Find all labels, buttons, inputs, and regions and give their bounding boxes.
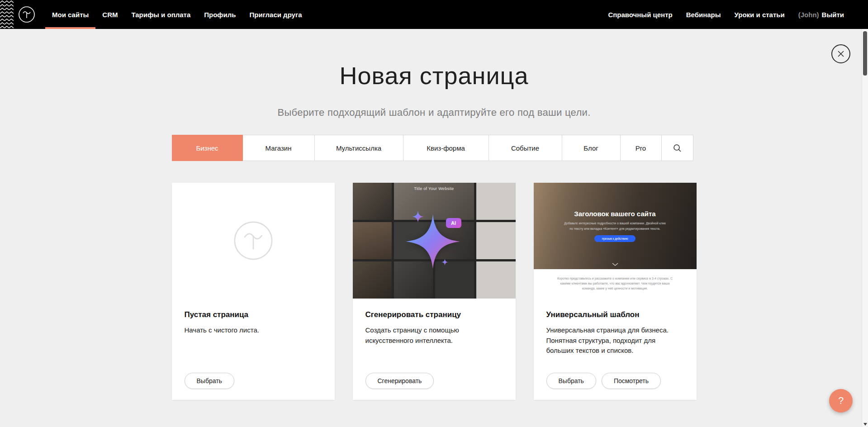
tab-multilink[interactable]: Мультиссылка [314, 135, 403, 161]
tab-pro[interactable]: Pro [620, 135, 662, 161]
search-icon [673, 144, 682, 152]
view-button[interactable]: Посмотреть [602, 373, 661, 389]
collage-tile [476, 222, 515, 259]
tab-event[interactable]: Событие [489, 135, 562, 161]
tilda-logo[interactable] [18, 0, 35, 29]
collage-tile [353, 183, 392, 220]
zigzag-pattern-icon [0, 0, 14, 29]
user-name: (John) [798, 11, 819, 19]
generate-button[interactable]: Сгенерировать [365, 373, 434, 389]
choose-button[interactable]: Выбрать [185, 373, 234, 389]
template-card-ai-generate: Title of Your Website [353, 183, 516, 400]
main-nav: Мои сайты CRM Тарифы и оплата Профиль Пр… [45, 0, 309, 29]
scrollbar-thumb[interactable] [863, 31, 867, 76]
card-title: Универсальный шаблон [546, 310, 684, 319]
nav-lessons[interactable]: Уроки и статьи [728, 0, 792, 29]
universal-card-preview: Заголовок вашего сайта Добавьте интересн… [534, 183, 697, 299]
nav-logout[interactable]: (John) Выйти [792, 0, 851, 29]
collage-tile [476, 261, 515, 299]
choose-button[interactable]: Выбрать [546, 373, 596, 389]
preview-body: Коротко представьтесь и расскажите о ком… [534, 269, 697, 299]
collage-tile [435, 261, 474, 299]
nav-my-sites[interactable]: Мои сайты [45, 0, 95, 29]
preview-heading: Заголовок вашего сайта [574, 210, 655, 218]
nav-help-center[interactable]: Справочный центр [601, 0, 679, 29]
template-card-universal: Заголовок вашего сайта Добавьте интересн… [534, 183, 697, 400]
nav-spacer [309, 0, 602, 29]
tab-blog[interactable]: Блог [562, 135, 621, 161]
nav-tariffs[interactable]: Тарифы и оплата [124, 0, 197, 29]
tab-search[interactable] [661, 135, 693, 161]
preview-subtext: Добавьте интересные подробности о вашей … [562, 221, 668, 231]
new-page-dialog: Новая страница Выберите подходящий шабло… [0, 0, 868, 427]
preview-body-text: Коротко представьтесь и расскажите о ком… [554, 276, 677, 291]
tab-store[interactable]: Магазин [242, 135, 315, 161]
secondary-nav: Справочный центр Вебинары Уроки и статьи… [601, 0, 868, 29]
collage-tile [435, 222, 474, 259]
template-category-tabs: Бизнес Магазин Мультиссылка Квиз-форма С… [172, 135, 697, 161]
tilda-watermark-icon [232, 220, 274, 261]
preview-cta-button: призыв к действию [594, 235, 636, 242]
ai-card-preview: Title of Your Website [353, 183, 516, 299]
nav-invite-friend[interactable]: Пригласи друга [242, 0, 308, 29]
scrollbar-down-arrow[interactable] [862, 423, 868, 426]
blank-card-preview [172, 183, 335, 299]
card-title: Сгенерировать страницу [365, 310, 503, 319]
help-button[interactable]: ? [829, 389, 853, 413]
nav-profile[interactable]: Профиль [197, 0, 242, 29]
collage-tile [476, 183, 515, 220]
arrow-down-icon [863, 423, 867, 426]
page-title: Новая страница [0, 62, 868, 90]
tab-business[interactable]: Бизнес [172, 135, 243, 161]
card-description: Создать страницу с помощью искусственног… [365, 325, 503, 346]
preview-hero: Заголовок вашего сайта Добавьте интересн… [534, 183, 697, 269]
tilda-logo-icon [18, 6, 35, 23]
collage-tile [353, 222, 392, 259]
collage-tile [353, 261, 392, 299]
template-card-blank: Пустая страница Начать с чистого листа. … [172, 183, 335, 400]
preview-site-title: Title of Your Website [414, 186, 454, 191]
tab-quiz-form[interactable]: Квиз-форма [403, 135, 489, 161]
collage-tile [394, 261, 433, 299]
card-description: Начать с чистого листа. [185, 325, 322, 336]
card-description: Универсальная страница для бизнеса. Поня… [546, 325, 684, 356]
chevron-down-icon [612, 263, 618, 266]
nav-webinars[interactable]: Вебинары [679, 0, 728, 29]
template-grid: Пустая страница Начать с чистого листа. … [172, 183, 697, 400]
top-nav-bar: Мои сайты CRM Тарифы и оплата Профиль Пр… [0, 0, 868, 29]
collage-tile [394, 222, 433, 259]
scrollbar-track[interactable] [862, 29, 868, 427]
collage-banner-tile: Title of Your Website [394, 183, 474, 220]
page-subtitle: Выберите подходящий шаблон и адаптируйте… [0, 107, 868, 119]
logout-label: Выйти [822, 11, 844, 19]
close-icon [837, 50, 844, 57]
close-button[interactable] [831, 44, 850, 63]
card-title: Пустая страница [185, 310, 322, 319]
nav-crm[interactable]: CRM [95, 0, 124, 29]
